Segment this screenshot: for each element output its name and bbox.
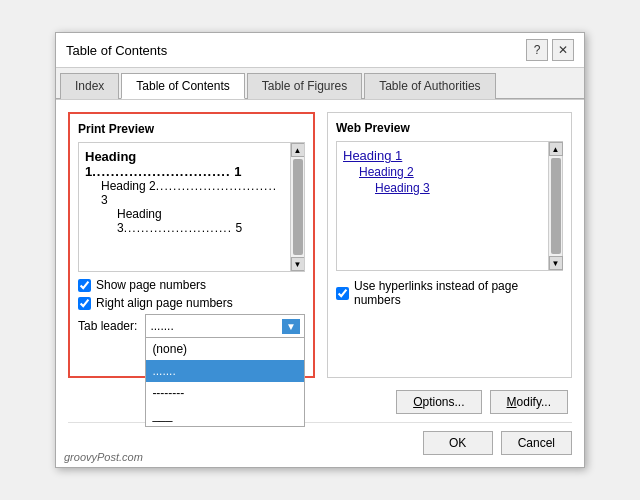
dialog-title: Table of Contents bbox=[66, 43, 167, 58]
dialog: Table of Contents ? ✕ Index Table of Con… bbox=[55, 32, 585, 468]
show-page-numbers-checkbox[interactable] bbox=[78, 279, 91, 292]
dialog-body: Print Preview Heading 1.................… bbox=[56, 99, 584, 467]
tab-leader-value: ....... bbox=[150, 319, 173, 333]
web-heading2[interactable]: Heading 2 bbox=[343, 165, 556, 179]
right-align-checkbox[interactable] bbox=[78, 297, 91, 310]
title-bar-right: ? ✕ bbox=[526, 39, 574, 61]
dropdown-item-line[interactable]: ___ bbox=[146, 404, 304, 426]
web-heading3[interactable]: Heading 3 bbox=[343, 181, 556, 195]
web-scroll-down[interactable]: ▼ bbox=[549, 256, 563, 270]
tab-index[interactable]: Index bbox=[60, 73, 119, 99]
use-hyperlinks-row: Use hyperlinks instead of page numbers bbox=[336, 279, 563, 307]
title-bar: Table of Contents ? ✕ bbox=[56, 33, 584, 68]
scroll-down-arrow[interactable]: ▼ bbox=[291, 257, 305, 271]
dropdown-item-none[interactable]: (none) bbox=[146, 338, 304, 360]
right-align-row: Right align page numbers bbox=[78, 296, 305, 310]
web-heading1[interactable]: Heading 1 bbox=[343, 148, 556, 163]
web-scroll-up[interactable]: ▲ bbox=[549, 142, 563, 156]
scroll-thumb[interactable] bbox=[293, 159, 303, 255]
print-heading3: Heading 3......................... 5 bbox=[85, 207, 298, 235]
print-preview-scrollbar[interactable]: ▲ ▼ bbox=[290, 143, 304, 271]
web-preview-scrollbar[interactable]: ▲ ▼ bbox=[548, 142, 562, 270]
dropdown-item-dots[interactable]: ....... bbox=[146, 360, 304, 382]
panels-row: Print Preview Heading 1.................… bbox=[68, 112, 572, 378]
tab-leader-row: Tab leader: ....... ▼ (none) ....... bbox=[78, 314, 305, 338]
options-modify-row: Options... Modify... bbox=[68, 390, 572, 414]
show-page-numbers-row: Show page numbers bbox=[78, 278, 305, 292]
watermark: groovyPost.com bbox=[64, 451, 143, 463]
title-bar-left: Table of Contents bbox=[66, 43, 167, 58]
modify-button[interactable]: Modify... bbox=[490, 390, 568, 414]
close-button[interactable]: ✕ bbox=[552, 39, 574, 61]
use-hyperlinks-checkbox[interactable] bbox=[336, 287, 349, 300]
right-align-label: Right align page numbers bbox=[96, 296, 233, 310]
ok-button[interactable]: OK bbox=[423, 431, 493, 455]
show-page-numbers-label: Show page numbers bbox=[96, 278, 206, 292]
dropdown-arrow-icon[interactable]: ▼ bbox=[282, 319, 300, 334]
help-button[interactable]: ? bbox=[526, 39, 548, 61]
options-modify-buttons: Options... Modify... bbox=[396, 390, 568, 414]
tab-leader-list: (none) ....... -------- ___ bbox=[145, 338, 305, 427]
right-panel: Web Preview Heading 1 Heading 2 Heading … bbox=[327, 112, 572, 378]
options-button[interactable]: Options... bbox=[396, 390, 481, 414]
print-preview-label: Print Preview bbox=[78, 122, 305, 136]
tab-figures[interactable]: Table of Figures bbox=[247, 73, 362, 99]
scroll-up-arrow[interactable]: ▲ bbox=[291, 143, 305, 157]
print-heading1: Heading 1.............................. … bbox=[85, 149, 298, 179]
web-preview-box: Heading 1 Heading 2 Heading 3 ▲ ▼ bbox=[336, 141, 563, 271]
ok-cancel-row: OK Cancel bbox=[68, 422, 572, 455]
use-hyperlinks-label: Use hyperlinks instead of page numbers bbox=[354, 279, 563, 307]
print-heading2: Heading 2............................ 3 bbox=[85, 179, 298, 207]
tab-leader-dropdown[interactable]: ....... ▼ (none) ....... -------- bbox=[145, 314, 305, 338]
tab-leader-selected[interactable]: ....... ▼ bbox=[145, 314, 305, 338]
tab-authorities[interactable]: Table of Authorities bbox=[364, 73, 495, 99]
tab-leader-label: Tab leader: bbox=[78, 319, 137, 333]
print-preview-box: Heading 1.............................. … bbox=[78, 142, 305, 272]
tab-toc[interactable]: Table of Contents bbox=[121, 73, 244, 99]
tabs-row: Index Table of Contents Table of Figures… bbox=[56, 68, 584, 99]
cancel-button[interactable]: Cancel bbox=[501, 431, 572, 455]
dropdown-item-dashes[interactable]: -------- bbox=[146, 382, 304, 404]
web-scroll-thumb[interactable] bbox=[551, 158, 561, 254]
web-preview-label: Web Preview bbox=[336, 121, 563, 135]
left-panel: Print Preview Heading 1.................… bbox=[68, 112, 315, 378]
